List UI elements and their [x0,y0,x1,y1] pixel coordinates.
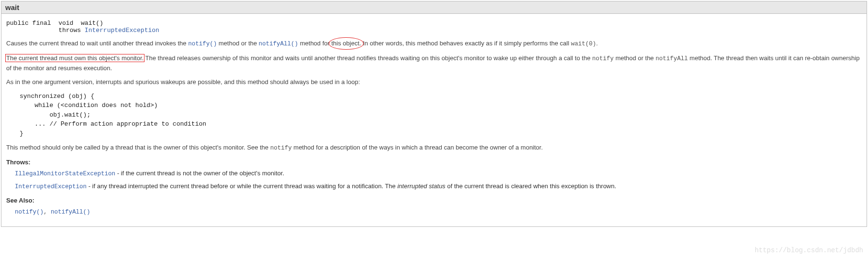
separator: , [44,209,51,215]
exception-link[interactable]: InterruptedException [85,27,159,34]
panel-header: wait [1,1,867,14]
seealso-label: See Also: [6,197,862,204]
notifyall-link[interactable]: notifyAll() [51,209,90,215]
method-name: wait [5,3,19,11]
method-signature: public final void wait() throws Interrup… [6,20,862,34]
text: method for a description of the ways in … [292,144,543,151]
notify-code: notify [592,55,614,62]
text: method or the [614,54,656,62]
circled-text: this object. [331,39,361,48]
text: - if any thread interrupted the current … [87,182,397,190]
wait0-code: wait(0) [571,41,596,47]
notify-code: notify [270,145,292,151]
text: method for [298,40,331,47]
paragraph-3: As in the one argument version, interrup… [6,77,862,87]
notify-link[interactable]: notify() [15,209,44,215]
text: In other words, this method behaves exac… [361,40,571,47]
notify-link[interactable]: notify() [188,41,217,47]
text: The thread releases ownership of this mo… [144,54,592,62]
text: of the current thread is cleared when th… [445,182,616,190]
paragraph-1: Causes the current thread to wait until … [6,39,862,49]
paragraph-2: The current thread must own this object'… [6,54,862,73]
boxed-text: The current thread must own this object'… [6,54,144,62]
throws-label: Throws: [6,159,862,166]
italic-text: interrupted status [397,182,445,190]
code-example: synchronized (obj) { while (<condition d… [20,92,862,139]
text: This method should only be called by a t… [6,144,270,151]
exception-link[interactable]: IllegalMonitorStateException [15,171,115,177]
notifyall-link[interactable]: notifyAll() [259,41,299,47]
seealso-item: notify(), notifyAll() [15,207,862,217]
text: The current thread must own this object'… [6,54,144,62]
paragraph-4: This method should only be called by a t… [6,143,862,153]
notifyall-code: notifyAll [656,55,688,62]
throws-item: InterruptedException - if any thread int… [15,182,862,192]
javadoc-panel: wait public final void wait() throws Int… [1,1,867,227]
text: - if the current thread is not the owner… [115,170,284,177]
exception-link[interactable]: InterruptedException [15,183,87,190]
text: . [596,40,598,47]
text: this object. [331,40,361,47]
text: method or the [217,40,258,47]
throws-item: IllegalMonitorStateException - if the cu… [15,169,862,179]
text: Causes the current thread to wait until … [6,40,188,47]
panel-body: public final void wait() throws Interrup… [1,14,867,226]
